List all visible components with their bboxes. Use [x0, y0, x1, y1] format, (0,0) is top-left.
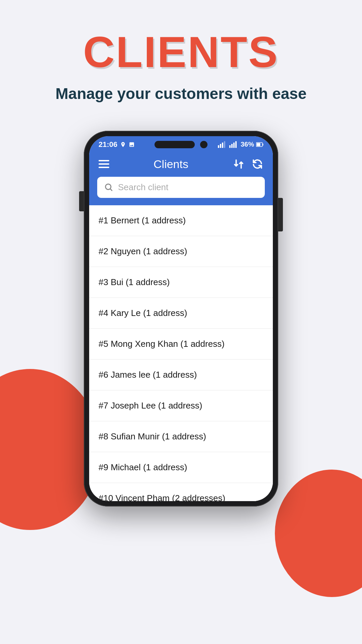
status-left: 21:06: [99, 140, 135, 149]
phone-outer-frame: 21:06: [84, 131, 278, 506]
svg-rect-5: [231, 144, 233, 148]
search-icon: [104, 182, 113, 192]
hamburger-line-2: [99, 163, 109, 165]
page-title: CLIENTS: [35, 30, 326, 74]
svg-rect-3: [224, 141, 225, 148]
search-box[interactable]: Search client: [97, 177, 265, 198]
battery-icon: [256, 142, 263, 147]
list-item[interactable]: #3 Bui (1 address): [89, 267, 273, 298]
search-placeholder: Search client: [118, 182, 258, 193]
app-bar: Clients: [89, 152, 273, 177]
location-icon: [120, 142, 126, 148]
list-item[interactable]: #2 Nguyen (1 address): [89, 236, 273, 267]
list-item[interactable]: #8 Sufian Munir (1 address): [89, 421, 273, 452]
app-bar-title: Clients: [154, 158, 188, 171]
refresh-icon[interactable]: [251, 158, 263, 170]
hamburger-line-1: [99, 160, 109, 161]
svg-rect-7: [235, 141, 237, 148]
hamburger-line-3: [99, 167, 109, 168]
notch-pill: [155, 141, 195, 148]
svg-rect-0: [218, 145, 219, 148]
phone-screen: 21:06: [89, 136, 273, 501]
battery-text: 36%: [241, 141, 254, 148]
menu-button[interactable]: [99, 160, 109, 168]
svg-rect-1: [220, 144, 221, 148]
list-item[interactable]: #4 Kary Le (1 address): [89, 298, 273, 329]
list-item[interactable]: #9 Michael (1 address): [89, 452, 273, 483]
app-bar-actions: [233, 158, 263, 170]
svg-rect-2: [222, 143, 223, 148]
sort-icon[interactable]: [233, 158, 245, 170]
status-notch: [155, 141, 207, 148]
image-icon: [129, 142, 135, 148]
svg-rect-9: [263, 144, 263, 146]
status-right: 36%: [218, 141, 263, 148]
list-item[interactable]: #7 Joseph Lee (1 address): [89, 390, 273, 421]
phone-mockup: 21:06: [84, 131, 278, 506]
notch-dot: [200, 141, 207, 148]
svg-rect-10: [257, 143, 260, 146]
svg-rect-4: [229, 145, 231, 148]
signal-icon: [218, 141, 227, 148]
page-header: CLIENTS Manage your customers with ease: [35, 30, 326, 104]
list-item[interactable]: #5 Mong Xeng Khan (1 address): [89, 329, 273, 360]
list-item[interactable]: #1 Bernert (1 address): [89, 205, 273, 236]
status-time: 21:06: [99, 140, 117, 149]
decoration-blob-right: [275, 470, 362, 597]
list-item[interactable]: #6 James lee (1 address): [89, 360, 273, 390]
status-bar: 21:06: [89, 136, 273, 152]
svg-rect-6: [233, 143, 235, 148]
list-item[interactable]: #10 Vincent Pham (2 addresses): [89, 483, 273, 501]
search-container: Search client: [89, 177, 273, 205]
signal-icon-2: [229, 141, 239, 148]
client-list: #1 Bernert (1 address) #2 Nguyen (1 addr…: [89, 205, 273, 501]
page-subtitle: Manage your customers with ease: [35, 84, 326, 104]
